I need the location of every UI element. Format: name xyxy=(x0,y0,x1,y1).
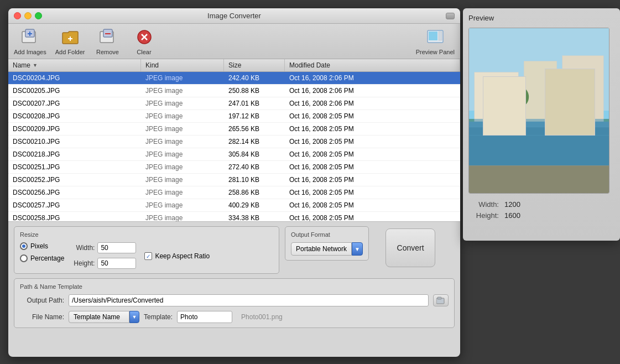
svg-rect-14 xyxy=(439,32,442,40)
add-folder-button[interactable]: Add Folder xyxy=(55,27,85,55)
add-images-button[interactable]: Add Images xyxy=(14,27,46,55)
file-kind-cell: JPEG image xyxy=(141,149,224,159)
percentage-label: Percentage xyxy=(30,254,64,262)
file-date-cell: Oct 16, 2008 2:05 PM xyxy=(285,149,460,159)
clear-icon xyxy=(134,27,154,47)
svg-point-22 xyxy=(512,87,529,107)
close-button[interactable] xyxy=(14,12,21,19)
preview-width-label: Width: xyxy=(468,200,499,209)
minimize-button[interactable] xyxy=(24,12,32,19)
table-row[interactable]: DSC00252.JPG JPEG image 281.10 KB Oct 16… xyxy=(8,174,460,186)
resize-handle[interactable] xyxy=(446,13,455,19)
table-row[interactable]: DSC00208.JPG JPEG image 197.12 KB Oct 16… xyxy=(8,110,460,123)
file-name-cell: DSC00257.JPG xyxy=(8,200,141,210)
format-select[interactable]: Portable Network ▼ xyxy=(291,242,363,256)
pixels-radio[interactable] xyxy=(20,242,28,250)
file-name-cell: DSC00205.JPG xyxy=(8,86,141,96)
file-name-cell: DSC00218.JPG xyxy=(8,149,141,159)
width-row: Width: xyxy=(70,242,136,253)
file-size-cell: 272.40 KB xyxy=(224,162,285,172)
file-kind-cell: JPEG image xyxy=(141,86,224,96)
column-headers: Name ▼ Kind Size Modified Date xyxy=(8,59,460,72)
file-size-cell: 400.29 KB xyxy=(224,200,285,210)
height-row: Height: xyxy=(70,258,136,269)
filename-select[interactable]: Template Name xyxy=(69,311,129,323)
file-list[interactable]: DSC00204.JPG JPEG image 242.40 KB Oct 16… xyxy=(8,72,460,221)
width-input[interactable] xyxy=(97,242,136,253)
preview-panel-icon xyxy=(425,27,445,47)
remove-icon xyxy=(98,27,118,47)
aspect-ratio-option[interactable]: ✓ Keep Aspect Ratio xyxy=(144,252,210,260)
filename-select-arrow[interactable]: ▼ xyxy=(129,311,139,323)
file-name-cell: DSC00207.JPG xyxy=(8,98,141,108)
pixels-option[interactable]: Pixels xyxy=(20,242,64,250)
table-row[interactable]: DSC00210.JPG JPEG image 282.14 KB Oct 16… xyxy=(8,136,460,148)
col-header-name[interactable]: Name ▼ xyxy=(8,59,141,71)
file-size-cell: 334.38 KB xyxy=(224,213,285,221)
sort-arrow-icon: ▼ xyxy=(33,63,38,68)
col-header-size[interactable]: Size xyxy=(224,59,285,71)
filename-row: File Name: Template Name ▼ Template: Pho… xyxy=(20,311,449,323)
table-row[interactable]: DSC00204.JPG JPEG image 242.40 KB Oct 16… xyxy=(8,72,460,85)
file-kind-cell: JPEG image xyxy=(141,175,224,185)
svg-rect-23 xyxy=(469,122,609,165)
resize-radio-group: Pixels Percentage xyxy=(20,242,64,262)
output-path-label: Output Path: xyxy=(20,297,64,304)
maximize-button[interactable] xyxy=(35,12,42,19)
height-input[interactable] xyxy=(97,258,136,269)
resize-panel: Resize Pixels Percentage xyxy=(14,226,279,274)
table-row[interactable]: DSC00218.JPG JPEG image 305.84 KB Oct 16… xyxy=(8,148,460,161)
aspect-ratio-label: Keep Aspect Ratio xyxy=(155,252,210,260)
col-header-date[interactable]: Modified Date xyxy=(285,59,460,71)
file-kind-cell: JPEG image xyxy=(141,188,224,197)
clear-button[interactable]: Clear xyxy=(131,27,158,55)
template-label: Template: xyxy=(144,313,173,321)
format-dropdown[interactable]: Portable Network xyxy=(291,242,352,256)
file-date-cell: Oct 16, 2008 2:06 PM xyxy=(285,73,460,83)
resize-options: Pixels Percentage Width: xyxy=(20,242,273,269)
template-input[interactable] xyxy=(177,311,232,323)
preview-image xyxy=(469,28,609,193)
col-header-kind[interactable]: Kind xyxy=(141,59,224,71)
convert-button[interactable]: Convert xyxy=(385,228,435,267)
file-kind-cell: JPEG image xyxy=(141,162,224,172)
file-kind-cell: JPEG image xyxy=(141,124,224,134)
preview-height-value: 1600 xyxy=(504,211,520,220)
table-row[interactable]: DSC00209.JPG JPEG image 265.56 KB Oct 16… xyxy=(8,123,460,136)
file-date-cell: Oct 16, 2008 2:05 PM xyxy=(285,137,460,147)
output-format-title: Output Format xyxy=(291,231,330,238)
browse-button[interactable] xyxy=(433,294,449,306)
table-row[interactable]: DSC00257.JPG JPEG image 400.29 KB Oct 16… xyxy=(8,199,460,212)
svg-rect-19 xyxy=(524,61,557,122)
aspect-ratio-checkbox[interactable]: ✓ xyxy=(144,252,152,260)
filename-select-wrapper[interactable]: Template Name ▼ xyxy=(69,311,139,323)
percentage-option[interactable]: Percentage xyxy=(20,254,64,262)
file-name-label: File Name: xyxy=(20,313,64,321)
output-convert-row: Output Format Portable Network ▼ Convert xyxy=(285,226,435,274)
preview-image-box xyxy=(468,28,609,194)
path-template-title: Path & Name Template xyxy=(20,283,449,290)
output-path-row: Output Path: xyxy=(20,294,449,306)
table-row[interactable]: DSC00207.JPG JPEG image 247.01 KB Oct 16… xyxy=(8,97,460,110)
path-template-panel: Path & Name Template Output Path: File N… xyxy=(14,278,455,328)
pixels-label: Pixels xyxy=(30,242,48,250)
table-row[interactable]: DSC00251.JPG JPEG image 272.40 KB Oct 16… xyxy=(8,161,460,174)
svg-rect-16 xyxy=(437,297,441,299)
svg-rect-21 xyxy=(518,100,523,122)
table-row[interactable]: DSC00205.JPG JPEG image 250.88 KB Oct 16… xyxy=(8,85,460,97)
width-label: Width: xyxy=(70,244,95,252)
file-size-cell: 281.10 KB xyxy=(224,175,285,185)
height-meta-row: Height: 1600 xyxy=(468,211,614,220)
file-kind-cell: JPEG image xyxy=(141,200,224,210)
percentage-radio[interactable] xyxy=(20,254,28,262)
table-row[interactable]: DSC00258.JPG JPEG image 334.38 KB Oct 16… xyxy=(8,212,460,221)
file-size-cell: 242.40 KB xyxy=(224,73,285,83)
output-path-input[interactable] xyxy=(69,294,429,306)
file-size-cell: 197.12 KB xyxy=(224,111,285,121)
preview-panel-label: Preview Panel xyxy=(416,49,455,55)
remove-button[interactable]: Remove xyxy=(94,27,122,55)
file-date-cell: Oct 16, 2008 2:05 PM xyxy=(285,175,460,185)
preview-panel-button[interactable]: Preview Panel xyxy=(416,27,455,55)
table-row[interactable]: DSC00256.JPG JPEG image 258.86 KB Oct 16… xyxy=(8,186,460,199)
format-dropdown-arrow[interactable]: ▼ xyxy=(352,242,363,256)
